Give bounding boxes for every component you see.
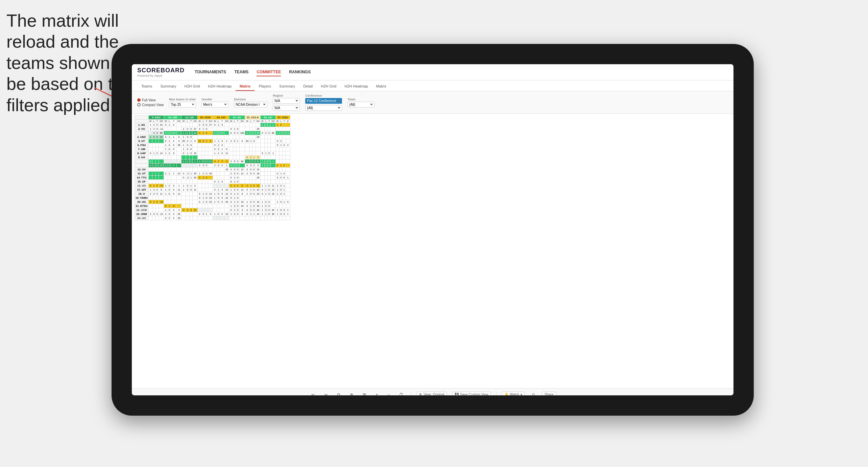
team-filter: Team (All): [347, 98, 375, 107]
share-icon-button[interactable]: ⊡: [530, 392, 537, 395]
sub-corner: [135, 120, 149, 123]
subtab-detail[interactable]: Detail: [299, 82, 317, 91]
gender-select[interactable]: Men's Women's: [201, 102, 228, 107]
table-row: 22. UCB 1303 04012 0103 40044 13044 1601: [135, 208, 290, 212]
table-row: 2. VU 120-12 20027 010 010 25: [135, 127, 290, 131]
subtab-h2h-grid1[interactable]: H2H Grid: [180, 82, 204, 91]
grid-button[interactable]: ⊞: [361, 392, 368, 396]
nav-rankings[interactable]: RANKINGS: [289, 68, 311, 76]
refresh-button[interactable]: ⟳: [335, 392, 342, 396]
gender-filter: Gender Men's Women's: [201, 98, 228, 107]
undo-icon: ↩: [311, 392, 315, 396]
row-etsu: 21. ETSU: [135, 204, 149, 208]
table-row: 10. UW 4 1301 13032 4173 25066 12051 145…: [135, 159, 290, 164]
col-su: 27. SU: [229, 116, 245, 120]
table-row: 7. UM 100 100 0210: [135, 147, 290, 151]
row-au: 1. AU: [135, 123, 149, 127]
nav-teams[interactable]: TEAMS: [234, 68, 248, 76]
view-original-button[interactable]: 👁 View: Original: [416, 392, 447, 395]
table-row: 1. AU 12023 010 20027 010 2010 10: [135, 123, 290, 127]
row-git: 17. GIT: [135, 188, 149, 192]
table-row: 24. UO 02029: [135, 216, 290, 220]
full-view-radio[interactable]: Full View: [137, 98, 164, 102]
logo-area: SCOREBOARD Powered by clippd: [137, 67, 185, 77]
conference-sub-select[interactable]: (All): [305, 105, 342, 111]
watch-icon: 🔔: [504, 393, 508, 395]
subtab-h2h-heatmap2[interactable]: H2H Heatmap: [340, 82, 372, 91]
row-ua11: 11. UA: [135, 164, 149, 168]
row-fsu: 6. FSU: [135, 143, 149, 147]
table-row: 14. TTU 0-2130 120 010 29 3001: [135, 176, 290, 180]
corner-header: [135, 116, 149, 120]
division-select[interactable]: NCAA Division I NCAA Division II NCAA Di…: [234, 102, 267, 107]
division-filter: Division NCAA Division I NCAA Division I…: [234, 98, 267, 107]
table-row: 15. UF 010 810: [135, 180, 290, 184]
region-select[interactable]: N/A East West: [273, 98, 300, 104]
col-ucb: 22. UCB: [197, 116, 213, 120]
subtab-matrix2[interactable]: Matrix: [372, 82, 390, 91]
division-label: Division: [234, 98, 267, 101]
table-row: 13. UT 21122 0-2130 12026 20012 20018 01…: [135, 172, 290, 176]
subtab-h2h-heatmap1[interactable]: H2H Heatmap: [204, 82, 236, 91]
zoom-out-button[interactable]: −: [385, 392, 392, 396]
subtab-teams[interactable]: Teams: [137, 82, 156, 91]
compact-view-label: Compact View: [142, 103, 164, 107]
timer-button[interactable]: ⏱: [397, 392, 405, 396]
undo-button[interactable]: ↩: [309, 392, 317, 396]
row-ut: 5. UT: [135, 139, 149, 143]
grid-icon: ⊞: [363, 392, 366, 396]
table-row: 18. U 20011 10011 01010 10012 0108 10013…: [135, 192, 290, 196]
subtab-players[interactable]: Players: [255, 82, 275, 91]
full-view-label: Full View: [142, 98, 155, 102]
compact-view-radio[interactable]: Compact View: [137, 103, 164, 107]
tablet-frame: SCOREBOARD Powered by clippd TOURNAMENTS…: [112, 44, 754, 416]
table-row: 20. UG 010-38 01023 10044 01019 10013 10…: [135, 200, 290, 204]
asu-l: L: [152, 120, 155, 123]
table-row: 19. TAMU 01010 10012 010: [135, 196, 290, 200]
save-icon: 💾: [455, 393, 459, 395]
row-u18: 18. U: [135, 192, 149, 196]
subtab-matrix[interactable]: Matrix: [236, 82, 255, 91]
col-uo: 24. UO: [213, 116, 229, 120]
asu-w: W: [148, 120, 152, 123]
watch-button[interactable]: 🔔 Watch ▾: [502, 392, 525, 395]
navbar: SCOREBOARD Powered by clippd TOURNAMENTS…: [132, 64, 733, 80]
row-vu: 2. VU: [135, 127, 149, 131]
nav-committee[interactable]: COMMITTEE: [257, 68, 281, 76]
nav-tournaments[interactable]: TOURNAMENTS: [195, 68, 226, 76]
share-button[interactable]: Share: [542, 392, 556, 395]
team-label: Team: [347, 98, 375, 101]
region-sub-select[interactable]: N/A: [273, 105, 300, 111]
separator2: [496, 392, 497, 396]
subtab-summary2[interactable]: Summary: [275, 82, 299, 91]
logo-sub: Powered by clippd: [137, 74, 185, 77]
row-asu: 3. ASU: [135, 131, 149, 135]
table-row: 6. FSU 14035 100 010 0102: [135, 143, 290, 147]
row-unm: 23. UNM: [135, 212, 149, 216]
col-osu: 57. OSU: [275, 116, 290, 120]
conference-select[interactable]: Pac-12 Conference (All): [305, 98, 342, 104]
subtab-h2h-grid2[interactable]: H2H Grid: [317, 82, 340, 91]
col-uu: 54. UU: [261, 116, 276, 120]
team-select[interactable]: (All): [347, 102, 375, 107]
save-custom-view-button[interactable]: 💾 Save Custom View: [452, 392, 491, 395]
table-row: 3. ASU 4080 50120 20048 010 2052 600160 …: [135, 131, 290, 135]
row-ttu: 14. TTU: [135, 176, 149, 180]
col-ua: 11. UA: [182, 116, 198, 120]
row-uo16: 16. UO: [135, 184, 149, 188]
asu-t: T: [155, 120, 159, 123]
share-icon: ⊡: [532, 393, 535, 395]
max-teams-select[interactable]: Top 25 Top 50 All: [169, 102, 196, 107]
zoom-fit-button[interactable]: ⊕: [348, 392, 355, 396]
zoom-in-button[interactable]: +: [373, 392, 380, 396]
timer-icon: ⏱: [399, 392, 403, 396]
conference-label: Conference: [305, 94, 342, 97]
redo-button[interactable]: ↪: [322, 392, 330, 396]
col-asu: 3. ASU: [148, 116, 164, 120]
table-row: 9. UA 0210: [135, 155, 290, 159]
matrix-content-area[interactable]: 3. ASU 10. UW 11. UA 22. UCB 24. UO 27. …: [132, 114, 733, 388]
redo-icon: ↪: [324, 392, 328, 396]
max-teams-label: Max teams in view: [169, 98, 196, 101]
table-row: 12. UV 15 22012 20015: [135, 168, 290, 172]
subtab-summary1[interactable]: Summary: [156, 82, 180, 91]
